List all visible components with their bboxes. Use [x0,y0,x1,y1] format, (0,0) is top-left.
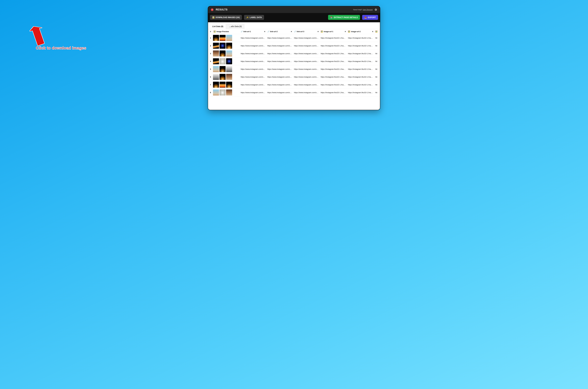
thumbnail[interactable] [220,35,226,41]
col-image-url-2: 🖼️image-url-2 ✕ [347,29,374,34]
cell-image-url-2: https://instagram.fkul10-1.fna.fb… [347,34,374,42]
col-link-url-2: 🔗link-url-2 ✕ [266,29,293,34]
thumbnail[interactable] [213,66,219,72]
cell-overflow: htt [374,50,380,58]
cell-link-url-1: https://www.instagram.com/spa… [240,89,266,97]
col-image-url-1: 🖼️image-url-1 ✕ [320,29,347,34]
close-button[interactable]: ✕ [211,8,213,11]
extract-page-details-button[interactable]: 📚 EXTRACT PAGE DETAILS [328,15,360,20]
row-index: 5 [208,65,212,73]
cell-link-url-2: https://www.instagram.com/spa… [266,50,293,58]
cell-link-url-2: https://www.instagram.com/spa… [266,65,293,73]
cell-overflow: htt [374,42,380,50]
cell-image-url-1: https://instagram.fkul10-1.fna.fb… [320,58,347,65]
cell-link-url-1: https://www.instagram.com/spa… [240,50,266,58]
stack-icon: 📚 [330,16,333,18]
toolbar: 🖼️ DOWNLOAD IMAGES (24) ✨ LABEL DATA 📚 E… [208,13,380,22]
settings-icon[interactable] [375,8,377,11]
cell-link-url-1: https://www.instagram.com/spa… [240,65,266,73]
col-link-url-3: 🔗link-url-3 ✕ [293,29,320,34]
help-link[interactable]: Join Discord [363,9,373,11]
cell-image-preview [212,81,240,89]
remove-col-icon[interactable]: ✕ [345,31,346,32]
remove-col-icon[interactable]: ✕ [372,31,373,32]
cell-image-url-2: https://instagram.fkul10-1.fna.fb… [347,89,374,97]
thumbnail[interactable] [220,66,226,72]
thumbnail[interactable] [226,82,232,88]
thumbnail[interactable] [213,35,219,41]
remove-col-icon[interactable]: ✕ [317,31,319,32]
thumbnail[interactable] [213,90,219,96]
help-text: Need help? Join Discord [353,9,373,11]
cell-link-url-2: https://www.instagram.com/spa… [266,58,293,65]
col-index: # [208,29,212,34]
cell-link-url-1: https://www.instagram.com/spa… [240,42,266,50]
cell-image-url-2: https://instagram.fkul10-1.fna.fb… [347,81,374,89]
remove-col-icon[interactable]: ✕ [291,31,292,32]
thumbnail[interactable] [220,74,226,80]
cell-image-url-2: https://instagram.fkul10-1.fna.fb… [347,50,374,58]
thumbnail[interactable] [213,82,219,88]
export-button[interactable]: 📤 EXPORT [362,15,378,20]
results-table: # 🖼️Image Preview 🔗link-url-1 ✕ 🔗link-ur… [208,29,380,97]
cell-overflow: htt [374,73,380,81]
row-index: 3 [208,50,212,58]
download-images-button[interactable]: 🖼️ DOWNLOAD IMAGES (24) [210,15,242,20]
table-scroll[interactable]: # 🖼️Image Preview 🔗link-url-1 ✕ 🔗link-ur… [208,29,380,97]
results-modal: ✕ RESULTS Need help? Join Discord 🖼️ DOW… [208,6,380,110]
cell-image-url-1: https://instagram.fkul10-1.fna.fb… [320,73,347,81]
modal-header: ✕ RESULTS Need help? Join Discord [208,6,380,13]
cell-overflow: htt [374,34,380,42]
cell-image-url-1: https://instagram.fkul10-1.fna.fb… [320,89,347,97]
thumbnail[interactable] [226,90,232,96]
cell-image-url-2: https://instagram.fkul10-1.fna.fb… [347,73,374,81]
cell-image-url-2: https://instagram.fkul10-1.fna.fb… [347,42,374,50]
cell-link-url-3: https://www.instagram.com/spa… [293,50,320,58]
label-data-button[interactable]: ✨ LABEL DATA [244,15,264,20]
thumbnail[interactable] [213,58,219,64]
row-index: 6 [208,73,212,81]
thumbnail[interactable] [226,50,232,57]
thumbnail[interactable] [213,50,219,57]
tabs: List Data (8) …ails Data (0) [208,22,380,29]
remove-col-icon[interactable]: ✕ [264,31,265,32]
thumbnail[interactable] [213,43,219,49]
thumbnail[interactable] [220,82,226,88]
thumbnail[interactable] [226,58,232,64]
table-row: 3https://www.instagram.com/spa…https://w… [208,50,380,58]
row-index: 4 [208,58,212,65]
table-row: 6https://www.instagram.com/spa…https://w… [208,73,380,81]
cell-overflow: htt [374,81,380,89]
cell-image-preview [212,58,240,65]
row-index: 1 [208,34,212,42]
thumbnail[interactable] [220,43,226,49]
thumbnail[interactable] [226,35,232,41]
cell-image-preview [212,89,240,97]
thumbnail[interactable] [213,74,219,80]
cell-link-url-2: https://www.instagram.com/spa… [266,34,293,42]
cell-link-url-2: https://www.instagram.com/spa… [266,81,293,89]
cell-image-url-2: https://instagram.fkul10-1.fna.fb… [347,58,374,65]
thumbnail[interactable] [220,58,226,64]
thumbnail[interactable] [226,74,232,80]
cell-link-url-1: https://www.instagram.com/spa… [240,73,266,81]
tab-list-data[interactable]: List Data (8) [210,24,226,29]
image-icon: 🖼️ [348,31,350,32]
table-row: 8https://www.instagram.com/spa…https://w… [208,89,380,97]
image-icon: 🖼️ [375,31,378,32]
table-row: 7https://www.instagram.com/spa…https://w… [208,81,380,89]
thumbnail[interactable] [226,66,232,72]
cell-link-url-3: https://www.instagram.com/spa… [293,81,320,89]
link-icon: 🔗 [241,31,243,32]
tab-details-data[interactable]: …ails Data (0) [226,24,244,29]
cell-link-url-3: https://www.instagram.com/spa… [293,73,320,81]
thumbnail[interactable] [220,90,226,96]
cell-image-url-1: https://instagram.fkul10-1.fna.fb… [320,50,347,58]
cell-image-url-1: https://instagram.fkul10-1.fna.fb… [320,34,347,42]
cell-image-url-2: https://instagram.fkul10-1.fna.fb… [347,65,374,73]
image-icon: 🖼️ [212,16,214,18]
thumbnail[interactable] [220,50,226,57]
thumbnail[interactable] [226,43,232,49]
image-icon: 🖼️ [213,31,216,32]
close-icon: ✕ [212,9,213,10]
